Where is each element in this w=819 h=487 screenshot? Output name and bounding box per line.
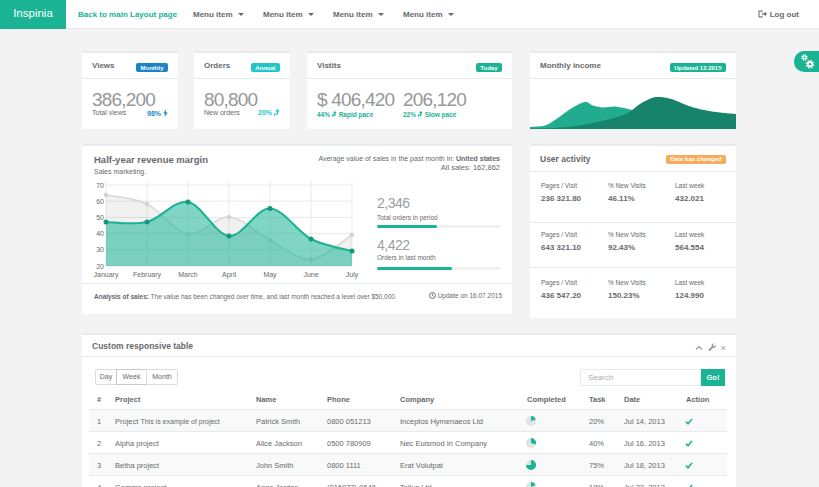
svg-text:June: June [303, 271, 318, 278]
svg-text:40: 40 [96, 230, 104, 237]
svg-text:50: 50 [96, 214, 104, 221]
svg-text:70: 70 [96, 182, 104, 189]
svg-text:March: March [178, 271, 198, 278]
svg-text:July: July [346, 271, 359, 279]
svg-text:April: April [222, 271, 236, 279]
svg-text:20: 20 [96, 263, 104, 270]
svg-text:January: January [94, 271, 119, 279]
svg-text:30: 30 [96, 246, 104, 253]
svg-text:February: February [133, 271, 162, 279]
svg-text:60: 60 [96, 198, 104, 205]
svg-text:May: May [263, 271, 277, 279]
